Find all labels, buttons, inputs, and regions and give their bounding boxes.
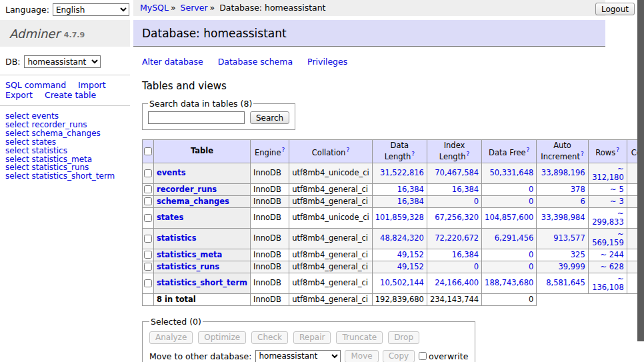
- table-name-link[interactable]: statistics_runs: [157, 262, 219, 271]
- cell-data-free-link[interactable]: 0: [529, 262, 533, 271]
- cell-auto-increment-link[interactable]: 33,398,984: [541, 213, 585, 222]
- check-button[interactable]: Check: [251, 331, 288, 344]
- cell-data-free-link[interactable]: 6,291,456: [495, 233, 534, 243]
- sidebar-select-schema-changes-link[interactable]: select schema_changes: [5, 129, 101, 138]
- logout-button[interactable]: Logout: [595, 3, 635, 15]
- row-checkbox[interactable]: [144, 214, 152, 222]
- select-all-checkbox[interactable]: [144, 147, 152, 155]
- row-checkbox[interactable]: [144, 251, 152, 259]
- table-name-link[interactable]: events: [157, 168, 186, 177]
- cell-index-length-link[interactable]: 0: [474, 262, 479, 271]
- cell-data-free-link[interactable]: 0: [529, 197, 533, 206]
- sidebar-select-statistics-meta-link[interactable]: select statistics_meta: [5, 155, 92, 164]
- table-row: eventsInnoDButf8mb4_unicode_ci31,522,816…: [143, 163, 644, 183]
- sidebar-select-statistics-short-term-link[interactable]: select statistics_short_term: [5, 171, 115, 181]
- truncate-button[interactable]: Truncate: [336, 331, 383, 344]
- breadcrumb-mysql-link[interactable]: MySQL: [140, 3, 169, 13]
- row-checkbox[interactable]: [144, 235, 152, 243]
- cell-data-free-link[interactable]: 50,331,648: [489, 168, 533, 177]
- cell-auto-increment-link[interactable]: 325: [571, 250, 585, 259]
- breadcrumb-server-link[interactable]: Server: [181, 3, 208, 13]
- search-input[interactable]: [148, 111, 245, 124]
- cell-index-length-link[interactable]: 70,467,584: [435, 168, 479, 177]
- cell-index-length-link[interactable]: 67,256,320: [435, 213, 479, 222]
- sidebar-link-export[interactable]: Export: [5, 90, 33, 100]
- cell-auto-increment-link[interactable]: 6: [580, 197, 585, 206]
- search-button[interactable]: Search: [250, 111, 289, 124]
- sidebar-link-create-table[interactable]: Create table: [45, 90, 96, 100]
- cell-rows-link[interactable]: ~ 3: [610, 197, 624, 206]
- cell-data-length-link[interactable]: 49,152: [397, 262, 424, 271]
- cell-index-length-link[interactable]: 24,166,400: [435, 278, 479, 287]
- privileges-link[interactable]: Privileges: [307, 57, 347, 67]
- table-name-link[interactable]: statistics_short_term: [157, 278, 247, 287]
- column-help-link[interactable]: ?: [411, 151, 415, 157]
- overwrite-checkbox[interactable]: [419, 352, 427, 360]
- cell-rows-link[interactable]: ~ 312,180: [592, 164, 624, 182]
- cell-auto-increment-link[interactable]: 378: [571, 185, 585, 194]
- cell-data-length-link[interactable]: 16,384: [397, 197, 424, 206]
- row-checkbox[interactable]: [144, 263, 152, 271]
- cell-auto-increment-link[interactable]: 33,898,196: [541, 168, 585, 177]
- cell-auto-increment-link[interactable]: 913,577: [553, 233, 585, 243]
- cell-data-free-link[interactable]: 0: [529, 185, 533, 194]
- language-select[interactable]: English: [53, 3, 129, 16]
- alter-database-link[interactable]: Alter database: [142, 57, 203, 67]
- cell-index-length-link[interactable]: 16,384: [452, 185, 479, 194]
- sidebar-link-sql-command[interactable]: SQL command: [5, 80, 66, 90]
- sidebar-select-statistics-link[interactable]: select statistics: [5, 146, 67, 155]
- repair-button[interactable]: Repair: [293, 331, 331, 344]
- cell-rows-link[interactable]: ~ 569,159: [592, 229, 624, 247]
- column-header-data-free: Data Free?: [482, 140, 537, 163]
- cell-data-length-link[interactable]: 31,522,816: [380, 168, 424, 177]
- cell-auto-increment-link[interactable]: 8,581,645: [546, 278, 585, 287]
- row-checkbox[interactable]: [144, 169, 152, 177]
- move-database-select[interactable]: homeassistant: [255, 350, 341, 362]
- sidebar-select-states-link[interactable]: select states: [5, 137, 56, 147]
- scrollbar-thumb[interactable]: [637, 0, 644, 341]
- cell-index-length-link[interactable]: 72,220,672: [435, 233, 479, 243]
- column-help-link[interactable]: ?: [281, 147, 285, 153]
- table-name-link[interactable]: statistics_meta: [157, 250, 222, 259]
- cell-data-length-link[interactable]: 16,384: [397, 185, 424, 194]
- analyze-button[interactable]: Analyze: [149, 331, 193, 344]
- drop-button[interactable]: Drop: [388, 331, 419, 344]
- database-schema-link[interactable]: Database schema: [218, 57, 293, 67]
- cell-auto-increment-link[interactable]: 39,999: [558, 262, 585, 271]
- table-name-link[interactable]: states: [157, 213, 183, 222]
- db-select[interactable]: homeassistant: [24, 55, 101, 68]
- cell-data-length-link[interactable]: 101,859,328: [375, 213, 424, 222]
- table-name-link[interactable]: schema_changes: [157, 197, 229, 206]
- cell-index-length-link[interactable]: 16,384: [452, 250, 479, 259]
- row-checkbox[interactable]: [144, 185, 152, 193]
- row-checkbox[interactable]: [144, 197, 152, 205]
- sidebar-select-recorder-runs-link[interactable]: select recorder_runs: [5, 120, 87, 129]
- table-name-link[interactable]: statistics: [157, 233, 197, 243]
- copy-button[interactable]: Copy: [383, 350, 415, 362]
- cell-rows-link[interactable]: ~ 5: [610, 185, 624, 194]
- cell-data-free-link[interactable]: 188,743,680: [485, 278, 533, 287]
- cell-data-length-link[interactable]: 48,824,320: [380, 233, 424, 243]
- column-help-link[interactable]: ?: [616, 147, 619, 153]
- cell-rows-link[interactable]: ~ 136,108: [592, 274, 624, 292]
- vertical-scrollbar[interactable]: [637, 0, 644, 362]
- move-button[interactable]: Move: [345, 350, 378, 362]
- row-checkbox[interactable]: [144, 279, 152, 287]
- cell-rows-link[interactable]: ~ 244: [600, 250, 623, 259]
- cell-data-free-link[interactable]: 104,857,600: [485, 213, 533, 222]
- column-help-link[interactable]: ?: [527, 147, 530, 153]
- column-help-link[interactable]: ?: [346, 147, 349, 153]
- sidebar-select-events-link[interactable]: select events: [5, 111, 59, 121]
- cell-index-length-link[interactable]: 0: [474, 197, 479, 206]
- table-name-link[interactable]: recorder_runs: [157, 185, 217, 194]
- sidebar-link-import[interactable]: Import: [78, 80, 106, 90]
- column-help-link[interactable]: ?: [466, 151, 469, 157]
- sidebar-select-statistics-runs-link[interactable]: select statistics_runs: [5, 163, 89, 172]
- cell-data-length-link[interactable]: 10,502,144: [380, 278, 424, 287]
- cell-rows-link[interactable]: ~ 628: [600, 262, 623, 271]
- optimize-button[interactable]: Optimize: [198, 331, 246, 344]
- cell-data-length-link[interactable]: 49,152: [397, 250, 424, 259]
- cell-rows-link[interactable]: ~ 299,833: [592, 209, 624, 227]
- cell-data-free-link[interactable]: 0: [529, 250, 533, 259]
- column-help-link[interactable]: ?: [581, 151, 584, 157]
